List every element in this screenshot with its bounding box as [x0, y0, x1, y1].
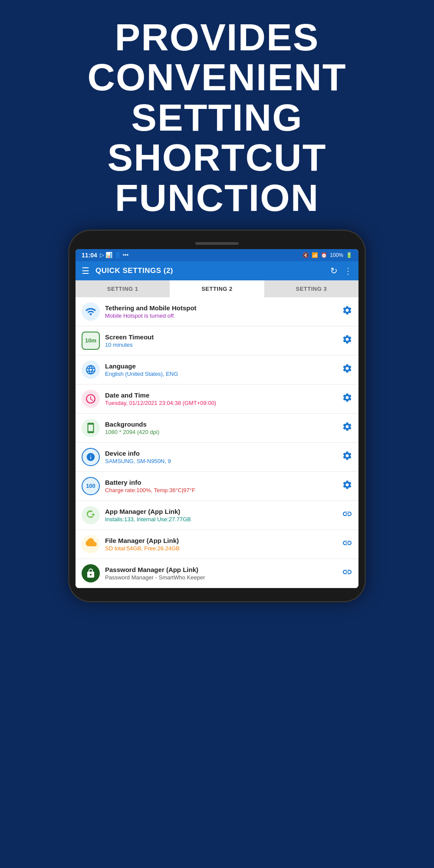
phone-frame: 11:04 ▷ 📊 👤 ••• 🔇 📶 ⏰ 100% 🔋 ☰ QUICK SET… [69, 231, 365, 601]
setting-item-backgrounds[interactable]: Backgrounds 1080 * 2094 (420 dpi) [76, 414, 358, 443]
hero-line3: SHORTCUT FUNCTION [108, 136, 327, 219]
battery-info-settings-button[interactable] [342, 480, 352, 493]
screen-timeout-icon: 10m [82, 332, 100, 350]
language-icon [82, 361, 100, 379]
datetime-content: Date and Time Tuesday, 01/12/2021 23:04:… [105, 391, 338, 406]
status-bar-right: 🔇 📶 ⏰ 100% 🔋 [302, 252, 352, 258]
app-manager-icon [82, 506, 100, 524]
setting-item-tethering[interactable]: Tethering and Mobile Hotspot Mobile Hots… [76, 297, 358, 326]
backgrounds-subtitle: 1080 * 2094 (420 dpi) [105, 429, 338, 435]
password-manager-title: Password Manager (App Link) [105, 566, 338, 573]
alarm-icon: ⏰ [321, 252, 327, 258]
file-manager-link-button[interactable] [342, 538, 352, 551]
app-bar-title: QUICK SETTINGS (2) [95, 266, 330, 275]
app-manager-link-button[interactable] [342, 509, 352, 522]
more-options-button[interactable]: ⋮ [344, 266, 352, 276]
password-manager-icon [82, 564, 100, 582]
password-manager-subtitle: Password Manager - SmartWho Keeper [105, 574, 338, 581]
setting-item-app-manager[interactable]: App Manager (App Link) Installs:133, Int… [76, 501, 358, 530]
setting-item-file-manager[interactable]: File Manager (App Link) SD total:54GB, F… [76, 530, 358, 559]
app-manager-title: App Manager (App Link) [105, 508, 338, 515]
app-manager-subtitle: Installs:133, Internal Use:27.77GB [105, 516, 338, 523]
app-bar-actions: ↻ ⋮ [330, 266, 352, 276]
battery-info-icon: 100 [82, 477, 100, 495]
phone-notch [76, 239, 358, 247]
tab-setting3[interactable]: SETTING 3 [264, 280, 358, 297]
password-manager-link-button[interactable] [342, 567, 352, 580]
device-info-content: Device info SAMSUNG, SM-N950N, 9 [105, 450, 338, 464]
screen-timeout-content: Screen Timeout 10 minutes [105, 333, 338, 348]
settings-list: Tethering and Mobile Hotspot Mobile Hots… [76, 297, 358, 588]
backgrounds-content: Backgrounds 1080 * 2094 (420 dpi) [105, 421, 338, 435]
wifi-icon: 📶 [312, 252, 318, 258]
backgrounds-settings-button[interactable] [342, 421, 352, 434]
phone-screen: 11:04 ▷ 📊 👤 ••• 🔇 📶 ⏰ 100% 🔋 ☰ QUICK SET… [76, 249, 358, 588]
hamburger-menu-button[interactable]: ☰ [82, 266, 89, 276]
language-content: Language English (United States), ENG [105, 362, 338, 377]
datetime-subtitle: Tuesday, 01/12/2021 23:04:38 (GMT+09:00) [105, 400, 338, 406]
file-manager-content: File Manager (App Link) SD total:54GB, F… [105, 537, 338, 552]
settings-tabs: SETTING 1 SETTING 2 SETTING 3 [76, 280, 358, 297]
screen-timeout-subtitle: 10 minutes [105, 342, 338, 348]
backgrounds-icon [82, 419, 100, 437]
phone-wrapper: 11:04 ▷ 📊 👤 ••• 🔇 📶 ⏰ 100% 🔋 ☰ QUICK SET… [0, 231, 434, 601]
tethering-subtitle: Mobile Hotspot is turned off. [105, 312, 338, 319]
setting-item-password-manager[interactable]: Password Manager (App Link) Password Man… [76, 559, 358, 588]
device-info-icon [82, 448, 100, 466]
language-title: Language [105, 362, 338, 370]
datetime-settings-button[interactable] [342, 392, 352, 405]
status-icons-left: ▷ 📊 👤 ••• [100, 252, 129, 258]
mute-icon: 🔇 [302, 252, 309, 258]
status-bar: 11:04 ▷ 📊 👤 ••• 🔇 📶 ⏰ 100% 🔋 [76, 249, 358, 261]
battery-text: 100% [330, 252, 343, 258]
tethering-content: Tethering and Mobile Hotspot Mobile Hots… [105, 304, 338, 319]
password-manager-content: Password Manager (App Link) Password Man… [105, 566, 338, 581]
tethering-icon [82, 302, 100, 321]
notch-bar [195, 242, 239, 245]
screen-timeout-title: Screen Timeout [105, 333, 338, 341]
device-info-title: Device info [105, 450, 338, 457]
app-bar: ☰ QUICK SETTINGS (2) ↻ ⋮ [76, 261, 358, 280]
battery-info-content: Battery info Charge rate:100%, Temp:36°C… [105, 479, 338, 493]
device-info-settings-button[interactable] [342, 450, 352, 464]
tab-setting1[interactable]: SETTING 1 [76, 280, 170, 297]
hero-line1: PROVIDES [115, 16, 319, 59]
backgrounds-title: Backgrounds [105, 421, 338, 428]
hero-line2: CONVENIENT SETTING [88, 56, 347, 138]
app-manager-content: App Manager (App Link) Installs:133, Int… [105, 508, 338, 523]
setting-item-device-info[interactable]: Device info SAMSUNG, SM-N950N, 9 [76, 443, 358, 472]
tab-setting2[interactable]: SETTING 2 [170, 280, 264, 297]
battery-icon: 🔋 [346, 252, 352, 258]
tethering-title: Tethering and Mobile Hotspot [105, 304, 338, 312]
language-subtitle: English (United States), ENG [105, 371, 338, 377]
file-manager-subtitle: SD total:54GB, Free:26.24GB [105, 545, 338, 552]
status-bar-left: 11:04 ▷ 📊 👤 ••• [82, 252, 128, 259]
file-manager-icon [82, 535, 100, 553]
language-settings-button[interactable] [342, 363, 352, 376]
hero-section: PROVIDES CONVENIENT SETTING SHORTCUT FUN… [0, 0, 434, 231]
tethering-settings-button[interactable] [342, 305, 352, 318]
status-time: 11:04 [82, 252, 97, 259]
battery-info-subtitle: Charge rate:100%, Temp:36°C|97°F [105, 487, 338, 493]
battery-info-title: Battery info [105, 479, 338, 486]
screen-timeout-settings-button[interactable] [342, 334, 352, 347]
setting-item-datetime[interactable]: Date and Time Tuesday, 01/12/2021 23:04:… [76, 385, 358, 414]
datetime-icon [82, 390, 100, 408]
device-info-subtitle: SAMSUNG, SM-N950N, 9 [105, 458, 338, 464]
setting-item-battery-info[interactable]: 100 Battery info Charge rate:100%, Temp:… [76, 472, 358, 501]
setting-item-language[interactable]: Language English (United States), ENG [76, 355, 358, 385]
file-manager-title: File Manager (App Link) [105, 537, 338, 544]
setting-item-screen-timeout[interactable]: 10m Screen Timeout 10 minutes [76, 326, 358, 355]
datetime-title: Date and Time [105, 391, 338, 399]
refresh-button[interactable]: ↻ [330, 266, 338, 276]
